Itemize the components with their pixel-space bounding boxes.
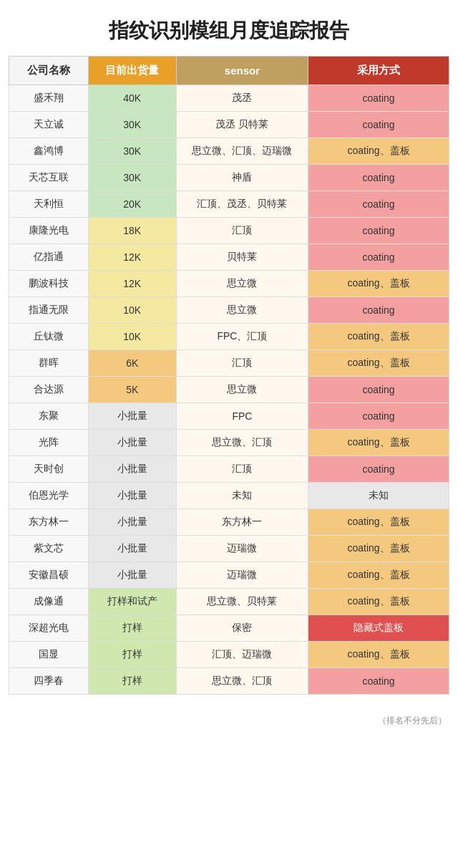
- method-value: coating: [308, 668, 449, 695]
- method-value: coating、盖板: [308, 642, 449, 668]
- shipment-value: 小批量: [88, 456, 176, 483]
- table-row: 伯恩光学小批量未知未知: [9, 483, 449, 509]
- shipment-value: 小批量: [88, 430, 176, 456]
- table-row: 成像通打样和试产思立微、贝特莱coating、盖板: [9, 589, 449, 615]
- sensor-value: 未知: [176, 483, 308, 509]
- method-value: coating: [308, 403, 449, 430]
- table-row: 光阵小批量思立微、汇顶coating、盖板: [9, 430, 449, 456]
- table-row: 鹏波科技12K思立微coating、盖板: [9, 271, 449, 297]
- sensor-value: 茂丞 贝特莱: [176, 112, 308, 138]
- footer-note: （排名不分先后）: [0, 712, 458, 736]
- table-row: 天时创小批量汇顶coating: [9, 456, 449, 483]
- company-name: 亿指通: [9, 244, 89, 271]
- method-value: coating: [308, 377, 449, 403]
- shipment-value: 30K: [88, 165, 176, 191]
- sensor-value: 贝特莱: [176, 244, 308, 271]
- company-name: 鑫鸿博: [9, 138, 89, 165]
- shipment-value: 小批量: [88, 536, 176, 562]
- table-row: 亿指通12K贝特莱coating: [9, 244, 449, 271]
- sensor-value: 保密: [176, 615, 308, 642]
- shipment-value: 打样和试产: [88, 589, 176, 615]
- company-name: 天时创: [9, 456, 89, 483]
- table-row: 天芯互联30K神盾coating: [9, 165, 449, 191]
- page-title: 指纹识别模组月度追踪报告: [0, 0, 458, 56]
- sensor-value: 汇顶、茂丞、贝特莱: [176, 191, 308, 218]
- method-value: 未知: [308, 483, 449, 509]
- shipment-value: 小批量: [88, 483, 176, 509]
- sensor-value: 思立微、汇顶、迈瑞微: [176, 138, 308, 165]
- company-name: 合达源: [9, 377, 89, 403]
- shipment-value: 12K: [88, 271, 176, 297]
- table-row: 天立诚30K茂丞 贝特莱coating: [9, 112, 449, 138]
- company-name: 紫文芯: [9, 536, 89, 562]
- sensor-value: 东方林一: [176, 509, 308, 536]
- shipment-value: 小批量: [88, 403, 176, 430]
- company-name: 群晖: [9, 350, 89, 377]
- table-row: 指通无限10K思立微coating: [9, 297, 449, 324]
- shipment-value: 打样: [88, 668, 176, 695]
- main-table: 公司名称 目前出货量 sensor 采用方式 盛禾翔40K茂丞coating天立…: [9, 56, 449, 695]
- sensor-value: 思立微、汇顶: [176, 430, 308, 456]
- sensor-value: FPC、汇顶: [176, 324, 308, 350]
- shipment-value: 打样: [88, 642, 176, 668]
- shipment-value: 10K: [88, 297, 176, 324]
- sensor-value: 思立微、汇顶: [176, 668, 308, 695]
- method-value: coating: [308, 165, 449, 191]
- table-row: 鑫鸿博30K思立微、汇顶、迈瑞微coating、盖板: [9, 138, 449, 165]
- company-name: 东聚: [9, 403, 89, 430]
- method-value: coating: [308, 218, 449, 244]
- company-name: 康隆光电: [9, 218, 89, 244]
- method-value: coating、盖板: [308, 562, 449, 589]
- company-name: 盛禾翔: [9, 85, 89, 112]
- method-value: coating、盖板: [308, 138, 449, 165]
- table-row: 国显打样汇顶、迈瑞微coating、盖板: [9, 642, 449, 668]
- company-name: 鹏波科技: [9, 271, 89, 297]
- shipment-value: 30K: [88, 112, 176, 138]
- sensor-value: 汇顶、迈瑞微: [176, 642, 308, 668]
- method-value: coating、盖板: [308, 430, 449, 456]
- sensor-value: 思立微: [176, 271, 308, 297]
- company-name: 指通无限: [9, 297, 89, 324]
- shipment-value: 小批量: [88, 509, 176, 536]
- sensor-value: 神盾: [176, 165, 308, 191]
- company-name: 伯恩光学: [9, 483, 89, 509]
- company-name: 天芯互联: [9, 165, 89, 191]
- company-name: 光阵: [9, 430, 89, 456]
- company-name: 东方林一: [9, 509, 89, 536]
- method-value: coating: [308, 244, 449, 271]
- company-name: 丘钛微: [9, 324, 89, 350]
- shipment-value: 20K: [88, 191, 176, 218]
- table-row: 紫文芯小批量迈瑞微coating、盖板: [9, 536, 449, 562]
- shipment-value: 18K: [88, 218, 176, 244]
- method-value: coating、盖板: [308, 536, 449, 562]
- shipment-value: 40K: [88, 85, 176, 112]
- method-value: coating: [308, 85, 449, 112]
- method-value: coating、盖板: [308, 271, 449, 297]
- sensor-value: 汇顶: [176, 350, 308, 377]
- shipment-value: 打样: [88, 615, 176, 642]
- sensor-value: 迈瑞微: [176, 536, 308, 562]
- sensor-value: 汇顶: [176, 456, 308, 483]
- company-name: 安徽昌硕: [9, 562, 89, 589]
- company-name: 天立诚: [9, 112, 89, 138]
- company-name: 深超光电: [9, 615, 89, 642]
- col-header-company: 公司名称: [9, 57, 89, 85]
- sensor-value: 思立微: [176, 377, 308, 403]
- method-value: coating: [308, 297, 449, 324]
- shipment-value: 12K: [88, 244, 176, 271]
- table-row: 安徽昌硕小批量迈瑞微coating、盖板: [9, 562, 449, 589]
- table-row: 康隆光电18K汇顶coating: [9, 218, 449, 244]
- shipment-value: 6K: [88, 350, 176, 377]
- company-name: 四季春: [9, 668, 89, 695]
- table-row: 合达源5K思立微coating: [9, 377, 449, 403]
- shipment-value: 30K: [88, 138, 176, 165]
- sensor-value: 思立微: [176, 297, 308, 324]
- method-value: coating: [308, 112, 449, 138]
- sensor-value: FPC: [176, 403, 308, 430]
- col-header-shipment: 目前出货量: [88, 57, 176, 85]
- sensor-value: 迈瑞微: [176, 562, 308, 589]
- col-header-method: 采用方式: [308, 57, 449, 85]
- company-name: 天利恒: [9, 191, 89, 218]
- sensor-value: 汇顶: [176, 218, 308, 244]
- shipment-value: 5K: [88, 377, 176, 403]
